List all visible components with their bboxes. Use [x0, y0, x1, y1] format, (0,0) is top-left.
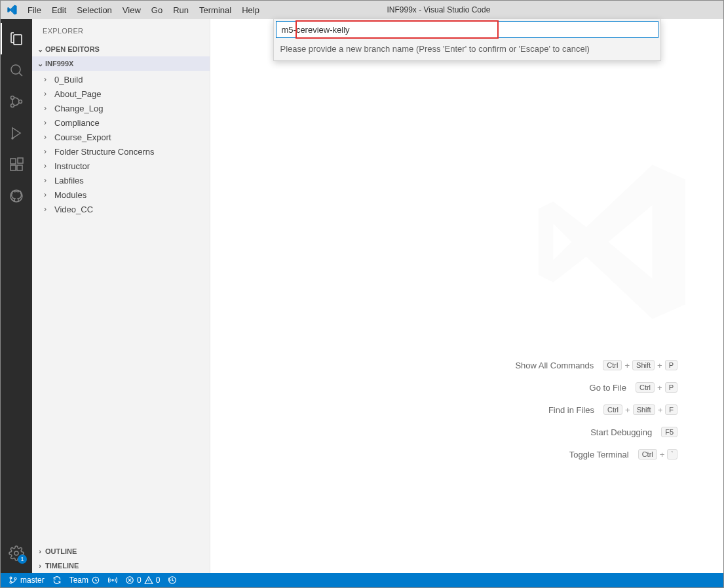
run-debug-icon[interactable]	[1, 117, 32, 149]
status-feedback[interactable]	[104, 573, 121, 587]
chevron-right-icon: ›	[35, 562, 45, 570]
menu-selection[interactable]: Selection	[72, 3, 116, 18]
key: P	[665, 360, 677, 370]
key: Ctrl	[636, 382, 655, 393]
tree-label: Video_CC	[53, 205, 93, 214]
shortcut-start-debugging: Start Debugging F5	[515, 427, 677, 437]
open-editors-section[interactable]: ⌄ OPEN EDITORS	[32, 42, 210, 56]
tree-label: Folder Structure Concerns	[53, 147, 154, 157]
shortcut-find-in-files: Find in Files Ctrl + Shift + F	[515, 404, 677, 415]
source-control-icon[interactable]	[1, 86, 32, 117]
folder-about-page[interactable]: ›About_Page	[32, 87, 210, 101]
status-team[interactable]: Team	[66, 573, 104, 587]
branch-icon	[9, 576, 18, 585]
key: F	[665, 404, 677, 415]
key: Shift	[632, 360, 655, 370]
keybinding: Ctrl + `	[638, 449, 677, 460]
svg-point-2	[11, 104, 14, 108]
menu-bar: File Edit Selection View Go Run Terminal…	[23, 3, 264, 18]
folder-modules[interactable]: ›Modules	[32, 187, 210, 202]
folder-video-cc[interactable]: ›Video_CC	[32, 202, 210, 216]
chevron-right-icon: ›	[44, 104, 53, 113]
error-icon	[125, 576, 134, 585]
tree-label: Labfiles	[53, 176, 84, 186]
github-icon[interactable]	[1, 180, 32, 212]
menu-go[interactable]: Go	[147, 3, 167, 18]
status-branch[interactable]: master	[5, 573, 48, 587]
activity-bar: 1	[1, 19, 32, 573]
key-sep: +	[657, 383, 662, 393]
timeline-section[interactable]: › TIMELINE	[32, 559, 210, 573]
chevron-right-icon: ›	[44, 118, 53, 127]
project-label: INF999X	[45, 60, 73, 68]
menu-terminal[interactable]: Terminal	[195, 3, 236, 18]
shortcut-label: Go to File	[590, 383, 626, 393]
key-sep: +	[660, 450, 665, 460]
shortcut-show-commands: Show All Commands Ctrl + Shift + P	[515, 360, 677, 370]
folder-compliance[interactable]: ›Compliance	[32, 115, 210, 130]
status-history[interactable]	[164, 573, 181, 587]
sync-icon	[52, 576, 62, 585]
broadcast-icon	[108, 576, 117, 585]
quick-input-desc: Please provide a new branch name (Press …	[274, 40, 660, 60]
tree-label: Instructor	[53, 161, 90, 171]
branch-name-input[interactable]	[276, 21, 658, 38]
project-section[interactable]: ⌄ INF999X	[32, 56, 210, 71]
status-sync[interactable]	[48, 573, 66, 587]
menu-file[interactable]: File	[23, 3, 46, 18]
sidebar-header: EXPLORER	[32, 19, 210, 42]
tree-label: Modules	[53, 190, 86, 200]
folder-0-build[interactable]: ›0_Build	[32, 72, 210, 87]
svg-point-12	[10, 581, 12, 583]
svg-rect-5	[10, 159, 16, 164]
vscode-watermark-icon	[520, 150, 704, 334]
extensions-icon[interactable]	[1, 149, 32, 180]
status-problems[interactable]: 0 0	[121, 573, 164, 587]
svg-point-10	[14, 551, 18, 555]
explorer-icon[interactable]	[1, 23, 32, 54]
search-icon[interactable]	[1, 54, 32, 86]
status-warnings: 0	[156, 576, 161, 585]
chevron-right-icon: ›	[44, 190, 53, 199]
menu-help[interactable]: Help	[237, 3, 264, 18]
window-title: INF999x - Visual Studio Code	[264, 5, 613, 14]
vscode-logo-icon	[6, 4, 18, 16]
folder-course-export[interactable]: ›Course_Export	[32, 130, 210, 144]
svg-rect-7	[17, 165, 22, 170]
svg-point-11	[10, 577, 12, 579]
file-tree: ›0_Build ›About_Page ›Change_Log ›Compli…	[32, 71, 210, 220]
shortcut-label: Toggle Terminal	[569, 450, 629, 460]
quick-input: Please provide a new branch name (Press …	[273, 19, 661, 61]
key: F5	[661, 427, 677, 437]
chevron-right-icon: ›	[44, 132, 53, 142]
key-sep: +	[657, 361, 662, 370]
key-sep: +	[658, 405, 663, 415]
folder-instructor[interactable]: ›Instructor	[32, 159, 210, 173]
menu-run[interactable]: Run	[168, 3, 193, 18]
menu-view[interactable]: View	[118, 3, 145, 18]
chevron-right-icon: ›	[44, 147, 53, 156]
manage-gear-icon[interactable]: 1	[1, 538, 32, 569]
svg-point-3	[19, 100, 22, 104]
tree-label: 0_Build	[53, 75, 83, 85]
chevron-right-icon: ›	[44, 75, 53, 84]
sidebar: EXPLORER ⌄ OPEN EDITORS ⌄ INF999X ›0_Bui…	[32, 19, 210, 573]
svg-rect-8	[18, 158, 23, 163]
folder-labfiles[interactable]: ›Labfiles	[32, 173, 210, 187]
tree-label: Change_Log	[53, 104, 103, 113]
keybinding: F5	[661, 427, 677, 437]
key-sep: +	[625, 405, 630, 415]
key: Ctrl	[638, 449, 657, 460]
chevron-right-icon: ›	[44, 205, 53, 214]
key: Ctrl	[603, 360, 622, 370]
key: `	[667, 449, 677, 460]
folder-change-log[interactable]: ›Change_Log	[32, 101, 210, 115]
status-branch-label: master	[20, 576, 45, 585]
menu-edit[interactable]: Edit	[47, 3, 71, 18]
folder-structure-concerns[interactable]: ›Folder Structure Concerns	[32, 144, 210, 159]
keybinding: Ctrl + Shift + P	[603, 360, 677, 370]
editor-area: Show All Commands Ctrl + Shift + P Go to…	[210, 19, 723, 573]
outline-section[interactable]: › OUTLINE	[32, 544, 210, 559]
key: Ctrl	[603, 404, 622, 415]
shortcut-label: Show All Commands	[515, 361, 594, 370]
